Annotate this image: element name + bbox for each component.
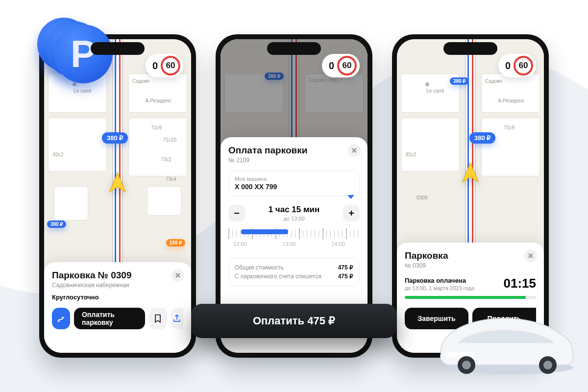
map-house-82c2: 82с2 [53,152,64,157]
map-street-label: Садовн [132,78,149,84]
increase-button[interactable]: + [343,205,360,221]
duration-value: 1 час 15 мин [269,205,320,215]
map-price-150[interactable]: 150 ₽ [166,239,185,246]
active-parking-number: № 0309 [405,262,536,269]
speed-cluster: 0 60 [146,54,183,77]
payment-title: Оплата парковки [228,145,360,156]
route-button[interactable] [52,308,70,329]
svg-point-3 [462,361,471,369]
car-plate: X 000 XX 799 [235,183,353,191]
map-poi-residence: А-Резиденс [145,98,172,103]
close-button[interactable] [524,249,537,262]
map-price-main[interactable]: 380 ₽ [102,132,128,144]
car-illustration [431,294,578,377]
parking-p-icon: P [71,35,96,73]
speed-limit-icon: 60 [514,56,533,75]
map-house-0309: 0309 [416,195,427,200]
map-price-main[interactable]: 380 ₽ [469,132,495,144]
nav-arrow-icon [106,172,129,194]
nav-arrow-icon [459,162,482,184]
speed-cluster: 0 60 [322,54,360,77]
phone-notch [443,42,497,55]
paid-until: до 13:00, 1 марта 2023 года [405,285,474,291]
total-cost-value: 475 ₽ [338,264,353,271]
decrease-button[interactable]: − [228,205,245,221]
map-price-380-left[interactable]: 380 ₽ [47,220,66,228]
bookmark-button[interactable] [149,308,167,329]
active-parking-title: Парковка [405,250,536,261]
map-house-71c10: 71с10 [163,137,176,143]
pay-parking-button[interactable]: Оплатить парковку [74,308,145,329]
map-house-73c4: 73c4 [166,176,176,182]
tick-1200: 12:00 [233,241,247,247]
car-selector[interactable]: Моя машина X 000 XX 799 [228,171,360,196]
account-charge-value: 475 ₽ [338,273,353,280]
parking-number: № 2109 [228,157,360,164]
close-button[interactable] [348,144,361,157]
speed-limit-icon: 60 [161,56,180,75]
map-house-82c2: 82с2 [406,152,416,157]
cost-card: Общая стоимость 475 ₽ С парковочного сче… [228,258,360,286]
confirm-pay-button[interactable]: Оплатить 475 ₽ [191,304,397,338]
parking-title: Парковка № 0309 [52,270,183,281]
parking-info-sheet: Парковка № 0309 Садовническая набережная… [44,262,191,353]
current-speed: 0 [505,60,511,72]
current-speed: 0 [329,60,334,72]
time-ruler[interactable]: 12:00 13:00 14:00 [228,228,360,250]
remaining-timer: 01:15 [504,276,537,291]
paid-label: Парковка оплачена [405,277,474,284]
duration-until: до 13:00 [269,216,320,221]
parking-address: Садовническая набережная [52,282,183,289]
speed-cluster: 0 60 [498,54,536,77]
map-house-71c9: 71с9 [151,125,162,130]
car-label: Моя машина [235,176,353,182]
parking-hours: Круглосуточно [52,294,183,301]
tick-1300: 13:00 [282,241,296,247]
account-charge-label: С парковочного счета спишется [235,273,321,280]
map-price-380-top[interactable]: 380 ₽ [450,77,469,85]
map-street-label: Садовн [485,78,502,84]
phone-notch [267,42,321,55]
caret-down-icon [347,195,354,199]
close-button[interactable] [172,269,184,282]
current-speed: 0 [152,60,158,72]
speed-limit-icon: 60 [337,56,357,75]
tick-1400: 14:00 [331,241,345,247]
map-poi-residence: А-Резиденс [498,98,524,103]
phone-notch [91,42,145,55]
svg-rect-1 [445,352,474,358]
total-cost-label: Общая стоимость [235,264,284,271]
duration-stepper: − 1 час 15 мин до 13:00 + [228,205,360,221]
map-poi-cafe: Le carré [74,88,92,94]
map-poi-cafe: Le carré [426,88,444,94]
map-street-label-dim: Садовн. пер. [309,77,338,83]
map-price-380-dim: 380 ₽ [265,73,284,80]
map-house-71c9: 71с9 [504,125,514,130]
svg-point-5 [543,361,552,369]
map-house-73c2: 73c2 [161,157,172,162]
phone-parking-info: Садовн А-Резиденс 71с9 71с10 82с2 73c2 7… [39,34,196,358]
share-button[interactable] [171,308,183,329]
